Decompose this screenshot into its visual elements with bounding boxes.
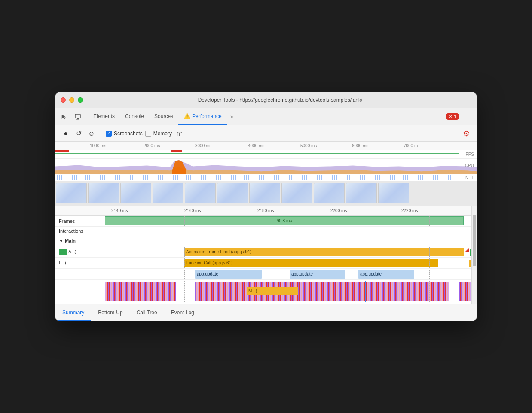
app-update-3[interactable]: app.update [358, 270, 414, 279]
screenshot-11[interactable] [378, 183, 409, 203]
tab-sources[interactable]: Sources [149, 108, 178, 125]
traffic-lights [61, 97, 83, 103]
titlebar: Developer Tools - https://googlechrome.g… [55, 92, 477, 108]
detail-panel: 2140 ms 2160 ms 2180 ms 2200 ms 2220 ms … [55, 206, 477, 304]
dashed-line-e [184, 270, 185, 279]
frame-block-main[interactable]: 90.8 ms [105, 216, 464, 225]
detail-tick-2180: 2180 ms [257, 208, 274, 213]
screenshot-7[interactable] [249, 183, 280, 203]
screenshot-9[interactable] [314, 183, 345, 203]
memory-checkbox[interactable]: Memory [145, 131, 172, 137]
close-button[interactable] [61, 97, 66, 103]
flame-row-2: F...) Function Call (app.js:61) [55, 258, 477, 269]
flame-content-3: app.update app.update app.update [105, 270, 477, 279]
tick-6000: 6000 ms [352, 143, 368, 148]
tab-event-log[interactable]: Event Log [164, 304, 201, 321]
main-section-header[interactable]: ▼ Main [55, 235, 477, 246]
settings-button[interactable]: ⚙ [461, 128, 471, 139]
cpu-chart [55, 159, 477, 174]
dashed-line-c [184, 258, 185, 268]
dashed-line-d [429, 258, 430, 268]
cpu-row: CPU [55, 159, 477, 174]
delete-button[interactable]: 🗑 [174, 128, 185, 139]
dense-2 [195, 282, 449, 301]
tick-7000: 7000 m [404, 143, 418, 148]
tabbar: Elements Console Sources ⚠️ Performance … [55, 108, 477, 125]
frames-label: Frames [55, 219, 105, 224]
scrollbar-track [471, 206, 477, 304]
screenshot-1[interactable] [56, 183, 87, 203]
tick-3000: 3000 ms [195, 143, 211, 148]
tab-more[interactable]: » [227, 108, 237, 125]
function-call-block[interactable]: Function Call (app.js:61) [184, 259, 438, 267]
detail-tick-2200: 2200 ms [330, 208, 347, 213]
record-button[interactable]: ● [61, 128, 71, 139]
flame-content-1: Animation Frame Fired (app.js:94) [105, 247, 477, 257]
svg-rect-2 [76, 119, 79, 120]
fps-red-2 [171, 150, 182, 152]
flame-label-2: F...) [55, 261, 105, 265]
screenshots-checkbox[interactable]: ✓ Screenshots [106, 131, 143, 137]
red-triangle [465, 248, 469, 252]
screenshot-6[interactable] [217, 183, 248, 203]
m-block[interactable]: M...) [247, 287, 298, 295]
dashed-line-h [429, 281, 430, 302]
frames-row: Frames 90.8 ms [55, 216, 477, 227]
toolbar: ● ↺ ⊘ ✓ Screenshots Memory 🗑 ⚙ [55, 125, 477, 142]
tab-summary[interactable]: Summary [55, 304, 91, 321]
tab-elements[interactable]: Elements [88, 108, 120, 125]
devtools-window: Developer Tools - https://googlechrome.g… [55, 92, 477, 321]
tick-4000: 4000 ms [248, 143, 264, 148]
dense-1 [105, 282, 176, 301]
tick-5000: 5000 ms [300, 143, 317, 148]
error-x-icon: ✕ [449, 114, 453, 119]
bottom-tabs: Summary Bottom-Up Call Tree Event Log [55, 304, 477, 321]
clear-button[interactable]: ⊘ [86, 128, 97, 139]
tabbar-left [59, 108, 83, 125]
tick-1000: 1000 ms [90, 143, 106, 148]
fps-green-bar [55, 153, 459, 154]
detail-ruler: 2140 ms 2160 ms 2180 ms 2200 ms 2220 ms [55, 206, 477, 216]
main-label: ▼ Main [55, 238, 105, 243]
flame-content-4: M...) [105, 281, 477, 302]
error-count: 1 [454, 114, 456, 119]
minimize-button[interactable] [69, 97, 74, 103]
net-dots [55, 175, 459, 180]
warning-icon: ⚠️ [183, 113, 190, 119]
flame-row-1: A...) Animation Frame Fired (app.js:94) [55, 246, 477, 258]
screenshot-5[interactable] [185, 183, 216, 203]
frame-duration: 90.8 ms [277, 219, 292, 223]
tab-console[interactable]: Console [120, 108, 149, 125]
overview-panel: 1000 ms 2000 ms 3000 ms 4000 ms 5000 ms … [55, 142, 477, 206]
interactions-row: Interactions [55, 227, 477, 235]
tab-call-tree[interactable]: Call Tree [130, 304, 164, 321]
screenshot-10[interactable] [346, 183, 377, 203]
fullscreen-button[interactable] [78, 97, 83, 103]
tick-2000: 2000 ms [144, 143, 160, 148]
screenshot-2[interactable] [88, 183, 119, 203]
memory-label: Memory [153, 131, 172, 137]
scrollbar-thumb[interactable] [473, 215, 476, 266]
tab-performance[interactable]: ⚠️ Performance [178, 108, 227, 125]
cursor-icon[interactable] [59, 112, 69, 122]
memory-checkbox-box[interactable] [145, 131, 151, 137]
tabbar-right: ✕ 1 ⋮ [446, 108, 473, 125]
reload-button[interactable]: ↺ [73, 128, 84, 139]
screenshot-3[interactable] [120, 183, 151, 203]
app-update-1[interactable]: app.update [195, 270, 262, 279]
tab-bottom-up[interactable]: Bottom-Up [91, 304, 129, 321]
detail-tick-2220: 2220 ms [401, 208, 418, 213]
fps-label: FPS [466, 152, 474, 157]
screenshot-8[interactable] [281, 183, 312, 203]
screenshot-4[interactable] [153, 183, 183, 203]
screenshots-checkbox-box[interactable]: ✓ [106, 131, 112, 137]
menu-icon[interactable]: ⋮ [463, 112, 473, 122]
app-update-2[interactable]: app.update [290, 270, 345, 279]
svg-rect-1 [77, 118, 79, 119]
error-badge[interactable]: ✕ 1 [446, 113, 459, 120]
window-title: Developer Tools - https://googlechrome.g… [89, 97, 471, 103]
dashed-line-g [184, 281, 185, 302]
dashed-line-f [429, 270, 430, 279]
animation-frame-block[interactable]: Animation Frame Fired (app.js:94) [184, 248, 464, 256]
inspect-icon[interactable] [73, 112, 83, 122]
